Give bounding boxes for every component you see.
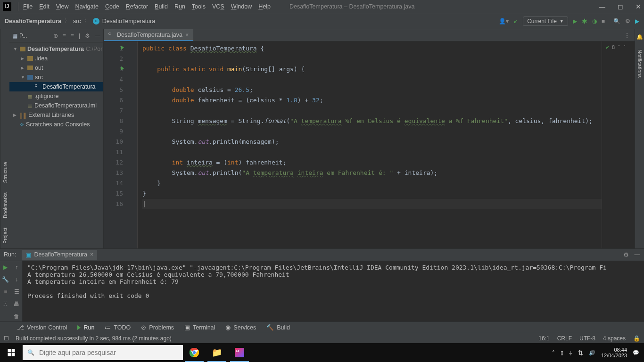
chevron-down-icon[interactable]: ▼ (13, 47, 18, 51)
tray-wifi-icon[interactable]: ⇅ (578, 349, 583, 356)
add-user-icon[interactable]: 👤▾ (499, 18, 509, 25)
status-line-sep[interactable]: CRLF (557, 335, 572, 342)
tree-item[interactable]: ▶out (9, 63, 103, 73)
tree-root[interactable]: ▼ DesafioTemperatura C:\Por (9, 44, 103, 54)
taskbar-search[interactable]: 🔍 (23, 345, 183, 360)
code-content[interactable]: public class DesafioTemperatura { public… (138, 41, 602, 248)
settings-gear-icon[interactable]: ⚙ (85, 33, 90, 39)
menu-help[interactable]: Help (258, 3, 271, 10)
search-icon[interactable]: 🔍 (613, 18, 620, 25)
chevron-right-icon[interactable]: ▶ (21, 56, 25, 61)
run-config-tab[interactable]: ▣ DesafioTemperatura × (22, 250, 97, 260)
coverage-icon[interactable]: ◑ (592, 18, 597, 25)
maximize-button[interactable]: ◻ (618, 3, 623, 10)
layout-icon[interactable]: ⵘ (3, 301, 8, 307)
run-output[interactable]: "C:\Program Files\Java\jdk-17\bin\java.e… (23, 261, 644, 321)
tree-item[interactable]: CDesafioTemperatura (9, 82, 103, 91)
menu-view[interactable]: View (56, 3, 69, 10)
tray-network-icon[interactable]: ⏚ (569, 350, 572, 355)
chevron-right-icon[interactable]: ▶ (13, 113, 18, 117)
line-number-gutter[interactable]: 12345678910111213141516 (104, 41, 128, 248)
hide-button-icon[interactable]: — (95, 33, 100, 39)
inspection-indicator[interactable]: ✔ 8 ˄ ˅ (602, 41, 635, 248)
code-editor[interactable]: 12345678910111213141516 public class Des… (104, 41, 635, 248)
taskbar-app-intellij[interactable]: IJ (228, 343, 251, 362)
vcs-update-icon[interactable]: ↙ (513, 18, 518, 25)
status-encoding[interactable]: UTF-8 (579, 335, 595, 342)
menu-refactor[interactable]: Refactor (126, 3, 148, 10)
start-button[interactable] (0, 343, 23, 362)
menu-build[interactable]: Build (155, 3, 168, 10)
menu-file[interactable]: File (23, 3, 33, 10)
rerun-icon[interactable]: ▶ (3, 264, 8, 271)
menu-run[interactable]: Run (174, 3, 185, 10)
select-opened-file-icon[interactable]: ⊕ (53, 33, 58, 39)
tab-problems[interactable]: ⊘ Problems (141, 324, 174, 331)
tree-scratches[interactable]: ⟡ Scratches and Consoles (9, 120, 103, 129)
tree-external-libraries[interactable]: ▶ ‖‖ External Libraries (9, 110, 103, 120)
tab-version-control[interactable]: ⎇ Version Control (17, 324, 67, 331)
menu-edit[interactable]: Edit (39, 3, 50, 10)
status-indicator-icon[interactable]: ☐ (4, 335, 9, 342)
close-tab-icon[interactable]: × (90, 251, 93, 258)
tree-item[interactable]: ≣DesafioTemperatura.iml (9, 101, 103, 110)
tray-chevron-icon[interactable]: ˄ (552, 350, 555, 356)
editor-tab-options[interactable]: ⋮ (619, 29, 635, 41)
debug-button-icon[interactable]: ✱ (582, 17, 587, 25)
project-header-title[interactable]: ▦ P... (12, 33, 27, 39)
breadcrumb-project[interactable]: DesafioTemperatura (5, 18, 61, 25)
tray-clock[interactable]: 08:44 12/04/2023 (601, 347, 627, 358)
tab-services[interactable]: ◉ Services (225, 324, 256, 331)
tab-run[interactable]: Run (77, 324, 94, 331)
run-config-selector[interactable]: Current File ▼ (523, 16, 568, 26)
tab-build[interactable]: 🔨 Build (266, 324, 290, 331)
editor-tab-active[interactable]: C DesafioTemperatura.java × (104, 29, 193, 41)
settings-icon[interactable]: ⚙ (625, 18, 630, 25)
run-button-icon[interactable]: ▶ (573, 18, 577, 25)
tab-todo[interactable]: ≔ TODO (105, 324, 131, 331)
breadcrumb-file[interactable]: DesafioTemperatura (102, 18, 156, 25)
fold-gutter[interactable] (128, 41, 138, 248)
search-input[interactable] (39, 349, 178, 356)
tree-item[interactable]: ▶.idea (9, 54, 103, 63)
print-icon[interactable]: 🖶 (14, 301, 19, 307)
up-icon[interactable]: ↑ (15, 264, 18, 271)
menu-code[interactable]: Code (105, 3, 119, 10)
filter-icon[interactable]: ☰ (14, 288, 19, 295)
status-indent[interactable]: 4 spaces (603, 335, 626, 342)
gutter-run-icon[interactable] (121, 66, 124, 71)
down-icon[interactable]: ↓ (15, 276, 18, 283)
menu-window[interactable]: Window (231, 3, 252, 10)
status-caret-pos[interactable]: 16:1 (538, 335, 549, 342)
wrench-icon[interactable]: 🔧 (2, 276, 9, 283)
collapse-all-icon[interactable]: ≡ (71, 33, 74, 39)
tray-battery-icon[interactable]: ▯ (561, 350, 563, 356)
close-tab-icon[interactable]: × (185, 32, 189, 38)
chevron-up-icon[interactable]: ˄ (618, 44, 620, 50)
trash-icon[interactable]: 🗑 (14, 313, 19, 320)
menu-tools[interactable]: Tools (192, 3, 206, 10)
close-button[interactable]: ✕ (636, 3, 641, 10)
taskbar-app-explorer[interactable]: 📁 (206, 343, 228, 362)
side-tab-notifications[interactable]: Notifications (637, 49, 643, 78)
side-tab-project[interactable]: Project (2, 228, 8, 244)
tray-volume-icon[interactable]: 🔊 (589, 350, 595, 356)
hide-button-icon[interactable]: — (635, 251, 641, 258)
gear-icon[interactable]: ⚙ (623, 251, 629, 258)
stop-icon[interactable]: ■ (4, 288, 7, 295)
tree-item[interactable]: ▼src (9, 73, 103, 82)
lock-icon[interactable]: 🔒 (633, 335, 640, 342)
chevron-down-icon[interactable]: ˅ (623, 44, 626, 50)
chevron-right-icon[interactable]: ▶ (21, 66, 25, 70)
ide-actions-icon[interactable]: ▶ (635, 18, 639, 25)
expand-all-icon[interactable]: ≡ (63, 33, 66, 39)
stop-button-icon[interactable]: ■ (602, 18, 605, 25)
menu-navigate[interactable]: Navigate (75, 3, 99, 10)
breadcrumb-src[interactable]: src (73, 18, 81, 25)
notifications-icon[interactable]: 🔔 (636, 34, 643, 40)
minimize-button[interactable]: — (599, 3, 605, 10)
menu-vcs[interactable]: VCS (212, 3, 224, 10)
tab-terminal[interactable]: ▣ Terminal (184, 324, 215, 331)
gutter-run-icon[interactable] (121, 45, 124, 50)
side-tab-bookmarks[interactable]: Bookmarks (2, 192, 8, 218)
